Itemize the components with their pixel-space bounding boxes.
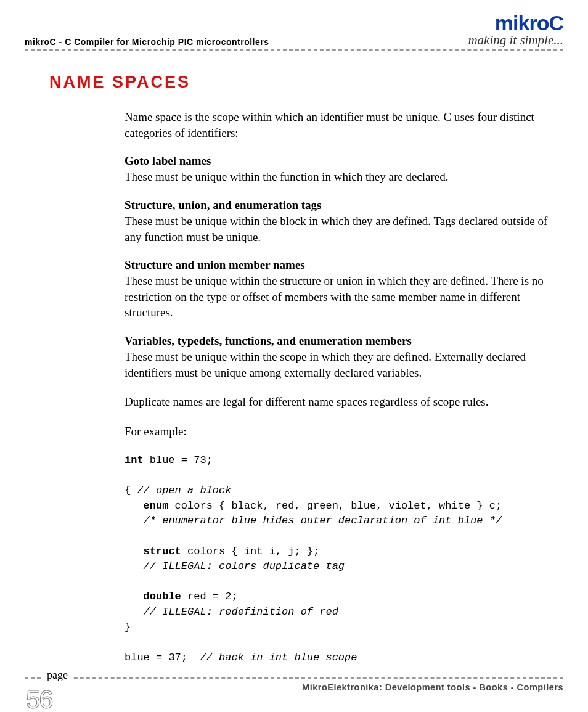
code-text: blue = 73; bbox=[144, 454, 213, 466]
code-example: int blue = 73; { // open a block enum co… bbox=[125, 453, 549, 666]
code-comment: // ILLEGAL: redefinition of red bbox=[125, 606, 338, 618]
code-text: blue = 37; bbox=[125, 652, 200, 663]
group-body: These must be unique within the function… bbox=[125, 169, 549, 185]
code-comment: // open a block bbox=[137, 485, 231, 496]
code-text: { bbox=[125, 485, 137, 496]
code-text: colors { black, red, green, blue, violet… bbox=[168, 500, 502, 512]
content-body: Name space is the scope within which an … bbox=[125, 109, 549, 666]
closing-paragraph-2: For example: bbox=[125, 424, 549, 440]
group-heading: Structure, union, and enumeration tags bbox=[125, 198, 549, 212]
group-body: These must be unique within the block in… bbox=[125, 213, 549, 245]
footer: page 56 MikroElektronika: Development to… bbox=[25, 675, 563, 692]
group-heading: Structure and union member names bbox=[125, 258, 549, 272]
brand-block: mikroC making it simple... bbox=[468, 11, 563, 48]
brand-tagline: making it simple... bbox=[468, 33, 563, 48]
section-title: NAME SPACES bbox=[49, 73, 563, 92]
group-tags: Structure, union, and enumeration tags T… bbox=[125, 198, 549, 245]
group-goto: Goto label names These must be unique wi… bbox=[125, 154, 549, 185]
page-number: 56 bbox=[26, 685, 52, 712]
code-text: red = 2; bbox=[181, 591, 238, 602]
header-divider bbox=[25, 49, 563, 51]
group-heading: Variables, typedefs, functions, and enum… bbox=[125, 334, 549, 348]
page-label: page bbox=[42, 669, 73, 682]
code-kw: double bbox=[125, 591, 181, 602]
closing-paragraph-1: Duplicate names are legal for different … bbox=[125, 394, 549, 410]
group-heading: Goto label names bbox=[125, 154, 549, 168]
code-kw: struct bbox=[125, 546, 181, 557]
code-kw: int bbox=[125, 454, 144, 466]
code-comment: // back in int blue scope bbox=[200, 652, 357, 663]
code-text: colors { int i, j; }; bbox=[181, 546, 319, 557]
footer-divider bbox=[25, 677, 563, 679]
group-variables: Variables, typedefs, functions, and enum… bbox=[125, 334, 549, 380]
code-comment: /* enumerator blue hides outer declarati… bbox=[125, 515, 502, 526]
intro-paragraph: Name space is the scope within which an … bbox=[125, 109, 549, 141]
code-text: } bbox=[125, 621, 131, 633]
group-body: These must be unique within the structur… bbox=[125, 273, 549, 321]
group-members: Structure and union member names These m… bbox=[125, 258, 549, 321]
group-body: These must be unique within the scope in… bbox=[125, 349, 549, 380]
code-comment: // ILLEGAL: colors duplicate tag bbox=[125, 560, 345, 572]
footer-text: MikroElektronika: Development tools - Bo… bbox=[25, 682, 563, 692]
code-kw: enum bbox=[125, 500, 168, 512]
brand-name: mikroC bbox=[468, 11, 563, 35]
